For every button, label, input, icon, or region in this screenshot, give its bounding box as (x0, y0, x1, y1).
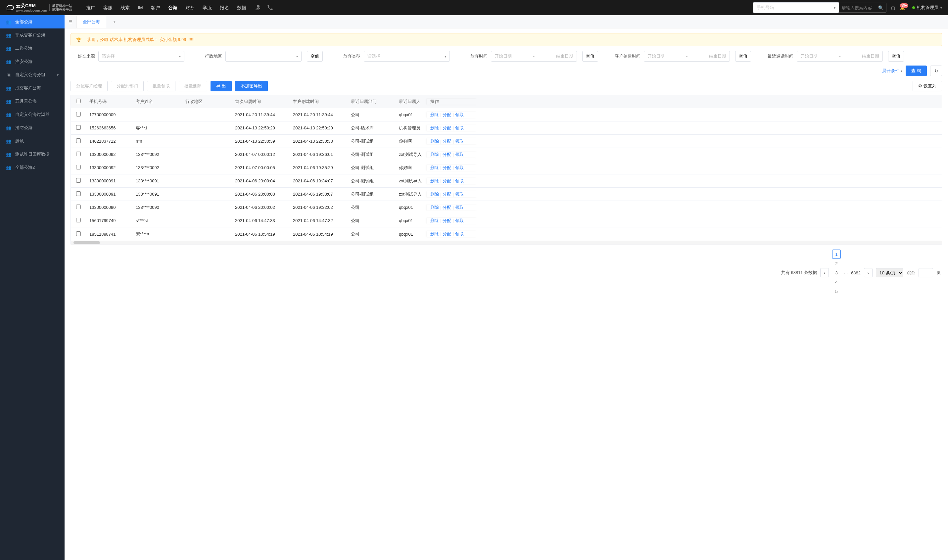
row-claim-link[interactable]: 领取 (455, 218, 464, 223)
sidebar-item-9[interactable]: 👥测试 (0, 134, 65, 148)
global-search[interactable]: 手机号码▾ 🔍 (753, 3, 886, 12)
row-checkbox[interactable] (76, 191, 81, 196)
query-button[interactable]: 查 询 (906, 66, 927, 76)
page-prev[interactable]: ‹ (820, 268, 829, 277)
filter-region-select[interactable]: ▾ (225, 51, 302, 62)
row-checkbox[interactable] (76, 138, 81, 143)
row-claim-link[interactable]: 领取 (455, 125, 464, 131)
search-type-select[interactable]: 手机号码▾ (753, 2, 839, 13)
batch-claim-button[interactable]: 批量领取 (147, 81, 175, 91)
page-1[interactable]: 1 (832, 249, 841, 259)
row-claim-link[interactable]: 领取 (455, 192, 464, 197)
row-checkbox[interactable] (76, 218, 81, 222)
nav-公海[interactable]: 公海 (164, 0, 182, 15)
expand-filters-link[interactable]: 展开条件▾ (882, 68, 902, 74)
row-claim-link[interactable]: 领取 (455, 178, 464, 183)
row-claim-link[interactable]: 领取 (455, 231, 464, 236)
sidebar-item-5[interactable]: 👥成交客户公海 (0, 82, 65, 95)
row-checkbox[interactable] (76, 205, 81, 209)
sidebar-item-3[interactable]: 👥注安公海 (0, 55, 65, 68)
nav-推广[interactable]: 推广 (82, 0, 99, 15)
batch-delete-button[interactable]: 批量删除 (179, 81, 207, 91)
row-delete-link[interactable]: 删除 (430, 112, 439, 117)
sidebar-item-11[interactable]: 👥全部公海2 (0, 161, 65, 174)
user-menu[interactable]: 机构管理员 ▾ (910, 5, 945, 11)
assign-manager-button[interactable]: 分配客户经理 (71, 81, 108, 91)
export-plain-button[interactable]: 不加密导出 (235, 81, 268, 91)
page-3[interactable]: 3 (832, 268, 841, 277)
filter-abandon-time-empty-button[interactable]: 空值 (582, 51, 598, 62)
page-2[interactable]: 2 (832, 259, 841, 268)
nav-IM[interactable]: IM (134, 0, 147, 15)
row-delete-link[interactable]: 删除 (430, 231, 439, 236)
filter-friend-source-select[interactable]: 请选择▾ (98, 51, 185, 62)
row-delete-link[interactable]: 删除 (430, 152, 439, 157)
sidebar-item-6[interactable]: 👥五月天公海 (0, 95, 65, 108)
tablet-icon[interactable]: ▢ (891, 5, 895, 10)
row-claim-link[interactable]: 领取 (455, 138, 464, 144)
tab-active[interactable]: 全部公海 (77, 15, 106, 28)
row-assign-link[interactable]: 分配 (443, 138, 451, 144)
page-size-select[interactable]: 10 条/页 (876, 268, 903, 277)
refresh-button[interactable]: ↻ (930, 66, 942, 76)
row-delete-link[interactable]: 删除 (430, 205, 439, 210)
nav-客户[interactable]: 客户 (147, 0, 164, 15)
row-checkbox[interactable] (76, 231, 81, 236)
row-assign-link[interactable]: 分配 (443, 205, 451, 210)
row-delete-link[interactable]: 删除 (430, 218, 439, 223)
row-delete-link[interactable]: 删除 (430, 125, 439, 131)
row-checkbox[interactable] (76, 165, 81, 169)
horizontal-scrollbar[interactable] (71, 241, 942, 245)
sidebar-item-4[interactable]: ▣自定义公海分组▾ (0, 68, 65, 82)
filter-call-time-empty-button[interactable]: 空值 (888, 51, 904, 62)
export-button[interactable]: 导 出 (211, 81, 232, 91)
row-assign-link[interactable]: 分配 (443, 112, 451, 117)
filter-abandon-type-select[interactable]: 请选择▾ (364, 51, 450, 62)
search-icon[interactable]: 🔍 (876, 5, 886, 10)
set-columns-button[interactable]: ⚙ 设置列 (913, 81, 942, 91)
row-checkbox[interactable] (76, 125, 81, 130)
sidebar-item-8[interactable]: 👥消防公海 (0, 121, 65, 134)
select-all-checkbox[interactable] (76, 98, 81, 103)
row-assign-link[interactable]: 分配 (443, 125, 451, 131)
filter-create-time-range[interactable]: 开始日期~结束日期 (644, 51, 730, 62)
filter-call-time-range[interactable]: 开始日期~结束日期 (797, 51, 883, 62)
row-checkbox[interactable] (76, 152, 81, 156)
nav-报名[interactable]: 报名 (216, 0, 233, 15)
filter-abandon-time-range[interactable]: 开始日期~结束日期 (491, 51, 577, 62)
sidebar-item-0[interactable]: 👥全部公海 (0, 15, 65, 28)
row-delete-link[interactable]: 删除 (430, 178, 439, 183)
sidebar-item-10[interactable]: 👥测试昨日回库数据 (0, 148, 65, 161)
row-assign-link[interactable]: 分配 (443, 231, 451, 236)
phone-icon[interactable] (267, 4, 273, 11)
row-claim-link[interactable]: 领取 (455, 112, 464, 117)
row-assign-link[interactable]: 分配 (443, 218, 451, 223)
logo[interactable]: 云朵CRM www.yunduocrm.com 教育机构一站式服务云平台 (3, 3, 75, 12)
nav-数据[interactable]: 数据 (233, 0, 250, 15)
row-checkbox[interactable] (76, 178, 81, 183)
row-delete-link[interactable]: 删除 (430, 138, 439, 144)
row-claim-link[interactable]: 领取 (455, 205, 464, 210)
search-input[interactable] (839, 5, 876, 10)
nav-线索[interactable]: 线索 (117, 0, 134, 15)
sidebar-item-1[interactable]: 👥非成交客户公海 (0, 28, 65, 42)
row-delete-link[interactable]: 删除 (430, 192, 439, 197)
add-user-icon[interactable] (255, 4, 262, 11)
filter-create-time-empty-button[interactable]: 空值 (735, 51, 751, 62)
page-5[interactable]: 5 (832, 287, 841, 296)
row-claim-link[interactable]: 领取 (455, 165, 464, 170)
row-assign-link[interactable]: 分配 (443, 192, 451, 197)
page-next[interactable]: › (864, 268, 873, 277)
page-4[interactable]: 4 (832, 277, 841, 287)
assign-dept-button[interactable]: 分配到部门 (111, 81, 144, 91)
notifications[interactable]: 🔔 99+ (900, 5, 905, 10)
row-checkbox[interactable] (76, 112, 81, 117)
collapse-icon[interactable]: ☰ (65, 19, 77, 24)
row-assign-link[interactable]: 分配 (443, 165, 451, 170)
nav-学服[interactable]: 学服 (199, 0, 216, 15)
sidebar-item-2[interactable]: 👥二咨公海 (0, 42, 65, 55)
nav-财务[interactable]: 财务 (182, 0, 199, 15)
sidebar-item-7[interactable]: 👥自定义公海过滤器 (0, 108, 65, 121)
row-claim-link[interactable]: 领取 (455, 152, 464, 157)
row-assign-link[interactable]: 分配 (443, 152, 451, 157)
